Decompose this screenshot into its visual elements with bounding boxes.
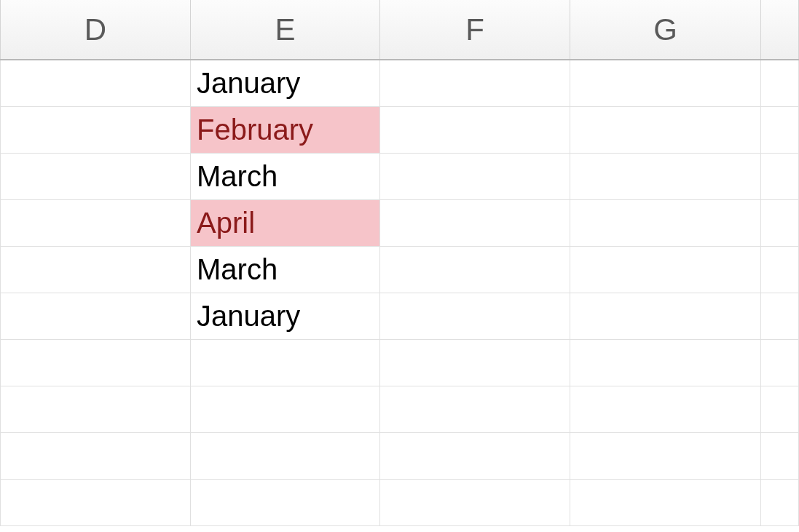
cell-G3[interactable] [570, 154, 761, 199]
cell-G4[interactable] [570, 200, 761, 246]
cell-G8[interactable] [570, 386, 761, 432]
column-header-F[interactable]: F [380, 0, 570, 59]
cell-G5[interactable] [570, 247, 761, 293]
cell-partial-7[interactable] [761, 340, 799, 386]
cell-D10[interactable] [0, 480, 191, 525]
cell-E5[interactable]: March [191, 247, 380, 293]
table-row: February [0, 107, 799, 154]
cell-F7[interactable] [380, 340, 570, 386]
cell-partial-9[interactable] [761, 433, 799, 479]
cell-G2[interactable] [570, 107, 761, 153]
cell-G10[interactable] [570, 480, 761, 525]
table-row [0, 480, 799, 526]
cell-E6[interactable]: January [191, 293, 380, 339]
cell-D2[interactable] [0, 107, 191, 153]
spreadsheet-grid: D E F G JanuaryFebruaryMarchAprilMarchJa… [0, 0, 799, 532]
cell-E3[interactable]: March [191, 154, 380, 199]
cell-partial-5[interactable] [761, 247, 799, 293]
cell-partial-8[interactable] [761, 386, 799, 432]
cell-D1[interactable] [0, 60, 191, 106]
cell-F3[interactable] [380, 154, 570, 199]
data-area: JanuaryFebruaryMarchAprilMarchJanuary [0, 60, 799, 526]
cell-G9[interactable] [570, 433, 761, 479]
table-row [0, 340, 799, 386]
cell-F5[interactable] [380, 247, 570, 293]
cell-G1[interactable] [570, 60, 761, 106]
table-row: January [0, 293, 799, 340]
table-row [0, 386, 799, 433]
table-row: March [0, 154, 799, 200]
cell-partial-2[interactable] [761, 107, 799, 153]
table-row: March [0, 247, 799, 293]
cell-G7[interactable] [570, 340, 761, 386]
column-header-G[interactable]: G [570, 0, 761, 59]
cell-F8[interactable] [380, 386, 570, 432]
column-header-row: D E F G [0, 0, 799, 60]
cell-D8[interactable] [0, 386, 191, 432]
table-row [0, 433, 799, 480]
cell-D3[interactable] [0, 154, 191, 199]
cell-E7[interactable] [191, 340, 380, 386]
cell-E4[interactable]: April [191, 200, 380, 246]
cell-partial-3[interactable] [761, 154, 799, 199]
table-row: January [0, 60, 799, 107]
cell-F2[interactable] [380, 107, 570, 153]
cell-E1[interactable]: January [191, 60, 380, 106]
column-header-E[interactable]: E [191, 0, 380, 59]
cell-F9[interactable] [380, 433, 570, 479]
cell-E9[interactable] [191, 433, 380, 479]
table-row: April [0, 200, 799, 247]
cell-F6[interactable] [380, 293, 570, 339]
cell-partial-10[interactable] [761, 480, 799, 525]
cell-partial-6[interactable] [761, 293, 799, 339]
cell-D5[interactable] [0, 247, 191, 293]
cell-G6[interactable] [570, 293, 761, 339]
cell-partial-1[interactable] [761, 60, 799, 106]
cell-E10[interactable] [191, 480, 380, 525]
cell-F10[interactable] [380, 480, 570, 525]
cell-F4[interactable] [380, 200, 570, 246]
cell-E8[interactable] [191, 386, 380, 432]
cell-E2[interactable]: February [191, 107, 380, 153]
column-header-D[interactable]: D [0, 0, 191, 59]
cell-partial-4[interactable] [761, 200, 799, 246]
cell-F1[interactable] [380, 60, 570, 106]
cell-D4[interactable] [0, 200, 191, 246]
cell-D9[interactable] [0, 433, 191, 479]
cell-D7[interactable] [0, 340, 191, 386]
column-header-partial[interactable] [761, 0, 799, 59]
cell-D6[interactable] [0, 293, 191, 339]
